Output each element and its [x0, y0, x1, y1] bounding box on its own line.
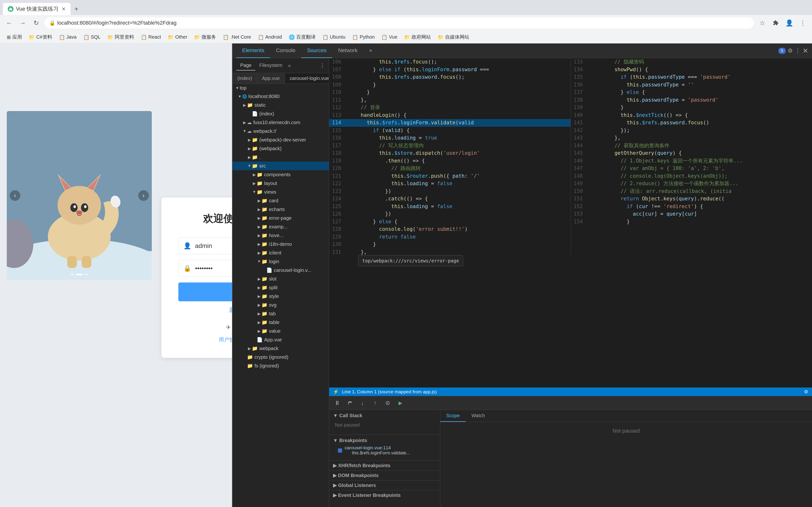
extensions-button[interactable] [770, 18, 781, 28]
step-over-button[interactable] [346, 399, 354, 407]
new-tab-button[interactable]: + [71, 4, 81, 14]
tree-split[interactable]: ▶ 📁 split [233, 283, 329, 292]
bookmark-react[interactable]: 📋 React [138, 33, 164, 42]
tree-fs[interactable]: 📁 fs (ignored) [233, 361, 329, 370]
file-tree-more-button[interactable]: » [286, 61, 293, 70]
tree-dot[interactable]: ▶ 📁 . [233, 153, 329, 162]
bookmark-microservice[interactable]: 📁 微服务 [191, 32, 219, 42]
file-tree-options-button[interactable]: ⋮ [320, 62, 325, 69]
carousel-dot-2[interactable] [76, 274, 83, 275]
call-stack-title[interactable]: ▼ Call Stack [333, 413, 436, 418]
breakpoint-checkbox[interactable] [338, 448, 342, 453]
tree-src[interactable]: ▼ 📁 src [233, 162, 329, 170]
watch-tab[interactable]: Watch [466, 410, 491, 422]
bookmark-apps[interactable]: ⊞ 应用 [4, 32, 25, 42]
bookmark-java[interactable]: 📋 Java [56, 33, 80, 42]
page-tab[interactable]: Page [236, 61, 255, 70]
bookmark-python[interactable]: 📋 Python [349, 33, 377, 42]
editor-tab-carousel[interactable]: carousel-login.vue ✕ [285, 73, 329, 83]
carousel-dot-3[interactable] [85, 274, 88, 275]
bookmark-baidu[interactable]: 🌐 百度翻译 [286, 32, 318, 42]
devtools-tab-elements[interactable]: Elements [236, 44, 270, 58]
tree-i18n[interactable]: ▶ 📁 i18n-demo [233, 240, 329, 248]
editor-tab-index[interactable]: (index) [233, 73, 257, 83]
tree-value[interactable]: ▶ 📁 value [233, 327, 329, 335]
tree-example[interactable]: ▶ 📁 examp... [233, 222, 329, 231]
tree-table[interactable]: ▶ 📁 table [233, 318, 329, 327]
login-button[interactable]: 登录 [179, 282, 232, 301]
bookmark-alibaba[interactable]: 📁 阿里资料 [104, 32, 137, 42]
tree-error-page[interactable]: ▶ 📁 error-page [233, 214, 329, 222]
deactivate-breakpoints-button[interactable]: ⊘ [383, 399, 392, 407]
step-into-button[interactable]: ↓ [358, 399, 367, 407]
bookmark-sql[interactable]: 📋 SQL [81, 33, 103, 42]
tree-crypto[interactable]: 📁 crypto (ignored) [233, 353, 329, 361]
tree-localhost[interactable]: ▼ 🌐 localhost:8080 [233, 92, 329, 101]
bookmark-media[interactable]: 📁 自媒体网站 [435, 32, 472, 42]
tree-hover[interactable]: ▶ 📁 hove... [233, 231, 329, 240]
tree-static[interactable]: ▶ 📁 static [233, 101, 329, 109]
tree-appvue[interactable]: 📄 App.vue [233, 335, 329, 344]
tree-echarts[interactable]: ▶ 📁 echarts [233, 205, 329, 214]
tree-card[interactable]: ▶ 📁 card [233, 196, 329, 205]
carousel-prev-button[interactable]: ‹ [10, 190, 20, 201]
tab-close-button[interactable]: ✕ [62, 6, 66, 12]
tree-tab[interactable]: ▶ 📁 tab [233, 309, 329, 318]
carousel-next-button[interactable]: › [138, 190, 149, 201]
bookmark-csharp[interactable]: 📁 C#资料 [26, 32, 55, 42]
tree-webpack-folder[interactable]: ▶ 📁 webpack [233, 344, 329, 353]
tree-components[interactable]: ▶ 📁 components [233, 170, 329, 179]
forward-button[interactable]: → [17, 18, 28, 28]
devtools-settings-button[interactable]: ⚙ [788, 47, 793, 54]
tree-carousel-login-file[interactable]: 📄 carousel-login.v... [233, 266, 329, 275]
global-listeners-title[interactable]: ▶ Global Listeners [333, 483, 436, 488]
resume-button[interactable]: ▶ [396, 399, 405, 407]
tree-webpack-root[interactable]: ▼ ☁ webpack:// [233, 127, 329, 135]
xhr-breakpoints-title[interactable]: ▶ XHR/fetch Breakpoints [333, 463, 436, 468]
tree-views[interactable]: ▼ 📁 views [233, 187, 329, 196]
tree-top[interactable]: ▼ top [233, 84, 329, 92]
devtools-close-button[interactable]: ✕ [803, 47, 808, 55]
bookmark-gov[interactable]: 📁 政府网站 [401, 32, 434, 42]
bookmark-netcore[interactable]: 📋 .Net Core [220, 33, 254, 42]
tree-webpack[interactable]: ▶ 📁 (webpack) [233, 144, 329, 153]
dom-breakpoints-title[interactable]: ▶ DOM Breakpoints [333, 472, 436, 478]
tree-index[interactable]: 📄 (index) [233, 109, 329, 118]
menu-button[interactable]: ⋮ [798, 18, 808, 28]
pause-button[interactable]: ⏸ [333, 399, 342, 407]
step-out-button[interactable]: ↑ [371, 399, 379, 407]
devtools-tab-more[interactable]: » [363, 44, 378, 58]
devtools-tab-console[interactable]: Console [270, 44, 301, 58]
tree-style[interactable]: ▶ 📁 style [233, 292, 329, 300]
bookmark-android[interactable]: 📋 Android [255, 33, 285, 42]
password-input[interactable] [195, 265, 232, 272]
filesystem-tab[interactable]: Filesystem [255, 61, 286, 70]
tree-elemecdn[interactable]: ▶ ☁ fuss10.elemecdn.com [233, 118, 329, 127]
devtools-tab-sources[interactable]: Sources [301, 44, 332, 58]
profile-button[interactable]: 👤 [784, 18, 795, 28]
event-listener-title[interactable]: ▶ Event Listener Breakpoints [333, 492, 436, 498]
scope-tab[interactable]: Scope [440, 410, 466, 422]
user-agreement-link[interactable]: 用户协议 [219, 336, 232, 343]
tree-svg[interactable]: ▶ 📁 svg [233, 300, 329, 309]
editor-tab-appvue[interactable]: App.vue [257, 73, 285, 83]
tree-slot[interactable]: ▶ 📁 slot [233, 275, 329, 283]
refresh-button[interactable]: ↻ [31, 18, 42, 28]
devtools-tab-network[interactable]: Network [332, 44, 363, 58]
devtools-more-button[interactable]: ⋮ [795, 47, 801, 54]
bookmark-other[interactable]: 📁 Other [165, 33, 190, 42]
bookmark-ubuntu[interactable]: 📋 Ubuntu [319, 33, 349, 42]
active-tab[interactable]: Vue 快速实践练习 ✕ [3, 3, 70, 15]
tree-webpack-dev-server[interactable]: ▶ 📁 (webpack)-dev-server [233, 135, 329, 144]
address-bar[interactable]: 🔒 localhost:8080/#/login?redirect=%2Ftab… [45, 17, 754, 29]
tree-iclient[interactable]: ▶ 📁 iclient [233, 248, 329, 257]
tree-login[interactable]: ▼ 📁 login [233, 257, 329, 266]
carousel-dot-1[interactable] [70, 274, 74, 275]
tree-layout[interactable]: ▶ 📁 layout [233, 179, 329, 187]
back-button[interactable]: ← [4, 18, 14, 28]
bookmark-vue[interactable]: 📋 Vue [378, 33, 400, 42]
username-input[interactable] [195, 242, 232, 249]
register-link[interactable]: 新用户注册 [179, 306, 232, 314]
bookmark-button[interactable]: ☆ [757, 18, 767, 28]
breakpoints-title[interactable]: ▼ Breakpoints [333, 438, 436, 443]
